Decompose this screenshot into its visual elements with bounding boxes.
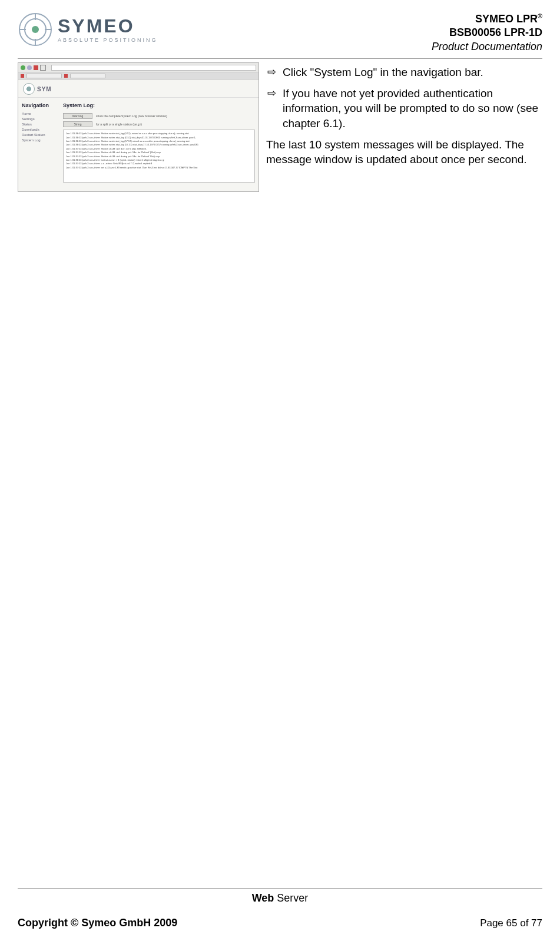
browser-dot-icon: [21, 65, 25, 70]
tab: [26, 74, 62, 78]
arrow-icon: ⇨: [266, 65, 277, 79]
footer-section-rest: Server: [274, 892, 308, 904]
header-line2: BSB00056 LPR-1D: [432, 26, 542, 39]
header-line3: Product Documentation: [432, 40, 542, 54]
brand-logo: SYMEO ABSOLUTE POSITIONING: [18, 12, 158, 47]
thumb-button: Warning: [63, 113, 92, 119]
main-heading: System Log:: [63, 102, 255, 108]
logo-icon: [18, 12, 53, 47]
thumb-nav: Navigation Home Settings Status Download…: [18, 98, 59, 187]
thumb-main: System Log: Warning show the complete Sy…: [59, 98, 259, 187]
arrow-icon: ⇨: [266, 86, 277, 101]
instruction-paragraph: The last 10 system messages will be disp…: [266, 137, 542, 167]
browser-dot-icon: [27, 65, 32, 70]
thumb-text: show the complete System Log (new browse…: [96, 114, 167, 118]
address-bar: [51, 65, 256, 71]
svg-point-2: [32, 26, 39, 33]
thumb-button: String: [63, 121, 92, 127]
footer-section-bold: Web: [252, 892, 274, 904]
logo-tagline: ABSOLUTE POSITIONING: [58, 38, 158, 43]
copyright: Copyright © Symeo GmbH 2009: [18, 917, 177, 929]
tab: [70, 74, 105, 78]
log-line: Jan 1 01:37:53 lpch-3 anc-driver: set a-…: [66, 166, 252, 170]
registered-mark: ®: [538, 12, 542, 19]
nav-item: Restart Station: [22, 133, 56, 137]
nav-item: Downloads: [22, 128, 56, 131]
header-meta: SYMEO LPR® BSB00056 LPR-1D Product Docum…: [432, 12, 542, 54]
mini-logo: SYM: [23, 83, 254, 95]
instruction-text: If you have not yet provided authenticat…: [283, 86, 542, 131]
page-footer: Web Server Copyright © Symeo GmbH 2009 P…: [18, 888, 542, 929]
tab-icon: [21, 74, 24, 78]
nav-item: Home: [22, 112, 56, 115]
instructions: ⇨ Click "System Log" in the navigation b…: [266, 62, 542, 167]
nav-item: System Log: [22, 138, 56, 142]
tab-icon: [64, 74, 68, 78]
page-header: SYMEO ABSOLUTE POSITIONING SYMEO LPR® BS…: [18, 12, 542, 59]
screenshot-thumbnail: SYM Navigation Home Settings Status Down…: [18, 62, 259, 192]
browser-close-icon: [34, 65, 38, 70]
thumb-text: for a split or a single station (tar.gz): [96, 122, 142, 126]
mini-logo-icon: [23, 83, 35, 95]
browser-tool-icon: [40, 65, 46, 71]
header-line1: SYMEO LPR: [475, 13, 538, 25]
footer-section: Web Server: [18, 888, 542, 906]
logo-name: SYMEO: [58, 16, 158, 35]
page-number: Page 65 of 77: [480, 907, 542, 929]
log-box: Jan 1 01:36:53 lpch-3 anc-driver: Statio…: [63, 130, 255, 183]
nav-item: Settings: [22, 117, 56, 121]
nav-heading: Navigation: [22, 102, 56, 108]
nav-item: Status: [22, 122, 56, 126]
instruction-text: Click "System Log" in the navigation bar…: [283, 65, 483, 80]
